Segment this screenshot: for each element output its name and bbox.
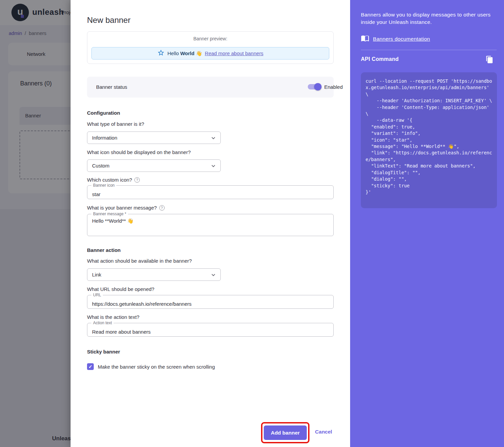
toggle-knob xyxy=(314,83,322,90)
chevron-down-icon xyxy=(210,271,217,278)
help-icon[interactable]: ? xyxy=(159,205,165,211)
wave-emoji: 👋 xyxy=(196,50,202,56)
url-field-label: URL xyxy=(91,293,103,297)
page: u unleash Projects admin / banners Netwo… xyxy=(0,0,504,447)
banner-preview-box: Banner preview: Hello World 👋 Read more … xyxy=(87,31,334,64)
banner-icon-field-label: Banner icon xyxy=(91,183,116,188)
action-text-question: What is the action text? xyxy=(87,314,139,320)
star-icon xyxy=(157,49,165,58)
banner-status-label: Banner status xyxy=(96,84,127,90)
sticky-banner-heading: Sticky banner xyxy=(87,349,120,355)
api-command-text[interactable]: curl --location --request POST 'https://… xyxy=(366,78,492,195)
add-banner-button[interactable]: Add banner xyxy=(264,425,307,440)
help-sidebar: Banners allow you to display messages to… xyxy=(350,0,504,447)
copy-icon[interactable] xyxy=(485,55,494,64)
banner-action-question: What action should be available in the b… xyxy=(87,258,192,264)
help-icon[interactable]: ? xyxy=(134,177,140,183)
cancel-button[interactable]: Cancel xyxy=(310,429,337,435)
banner-status-state: Enabled xyxy=(324,84,343,90)
url-question: What URL should be opened? xyxy=(87,286,154,292)
book-icon xyxy=(361,34,369,44)
banner-icon-input[interactable] xyxy=(87,186,333,199)
new-banner-drawer: New banner Banner preview: Hello World 👋… xyxy=(71,0,350,447)
action-text-input[interactable] xyxy=(87,323,333,336)
chevron-down-icon xyxy=(210,134,217,142)
chevron-down-icon xyxy=(210,162,217,170)
banners-documentation-link[interactable]: Banners documentation xyxy=(373,36,430,42)
sidebar-description: Banners allow you to display messages to… xyxy=(361,11,497,26)
action-text-field-label: Action text xyxy=(91,321,114,325)
sticky-checkbox-label: Make the banner sticky on the screen whe… xyxy=(98,364,215,370)
banner-icon-question: What icon should be displayed on the ban… xyxy=(87,149,191,155)
banner-message-field-label: Banner message * xyxy=(91,212,128,216)
banner-icon-select[interactable]: Custom xyxy=(87,159,221,172)
banner-preview: Hello World 👋 Read more about banners xyxy=(91,47,329,60)
banner-preview-label: Banner preview: xyxy=(87,36,333,41)
banner-message-question: What is your banner message? ? xyxy=(87,205,165,211)
api-command-heading: API Command xyxy=(361,56,399,62)
banner-type-question: What type of banner is it? xyxy=(87,121,144,127)
banner-status-toggle[interactable] xyxy=(308,84,321,89)
preview-message: Hello World 👋 xyxy=(167,50,202,57)
banner-action-select[interactable]: Link xyxy=(87,268,221,281)
action-text-field: Action text xyxy=(87,323,334,337)
preview-banner-link[interactable]: Read more about banners xyxy=(205,50,263,56)
drawer-title: New banner xyxy=(87,15,130,25)
custom-icon-question: Which custom icon? ? xyxy=(87,177,140,183)
banner-icon-field: Banner icon xyxy=(87,185,334,199)
sticky-checkbox[interactable]: ✓ xyxy=(87,363,94,370)
url-input[interactable] xyxy=(87,295,333,308)
api-command-code-block: curl --location --request POST 'https://… xyxy=(361,72,497,208)
doc-link-row[interactable]: Banners documentation xyxy=(361,34,430,44)
url-field: URL xyxy=(87,295,334,309)
banner-type-select[interactable]: Information xyxy=(87,132,221,144)
banner-action-heading: Banner action xyxy=(87,247,121,253)
banner-message-field: Banner message * xyxy=(87,214,334,236)
banner-message-input[interactable] xyxy=(87,214,333,236)
sidebar-divider xyxy=(361,50,497,50)
banner-status-row: Banner status Enabled xyxy=(87,77,334,98)
configuration-heading: Configuration xyxy=(87,110,120,116)
